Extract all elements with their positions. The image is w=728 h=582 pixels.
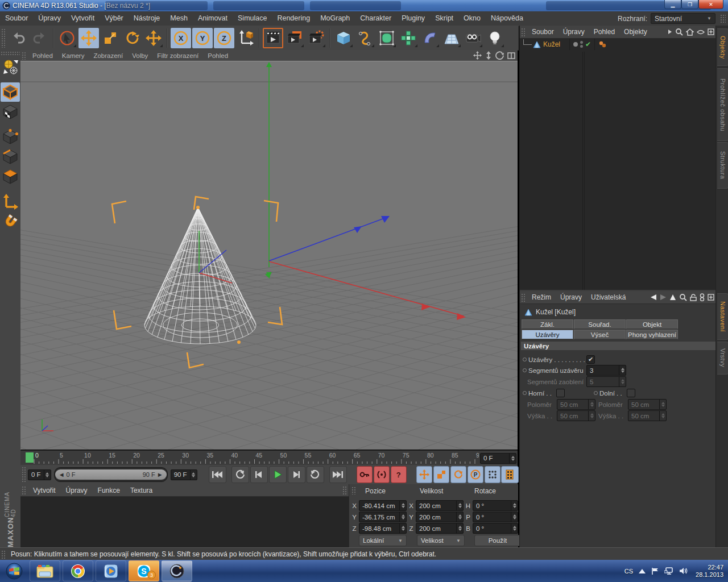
- position-z-field[interactable]: -98.48 cm: [359, 523, 407, 534]
- size-x-field[interactable]: 200 cm: [416, 500, 464, 511]
- previous-frame-button[interactable]: [250, 466, 268, 483]
- menu-upravy[interactable]: Úpravy: [33, 11, 66, 26]
- add-floor-button[interactable]: [441, 28, 462, 48]
- viewport-menu-pohled2[interactable]: Pohled: [203, 52, 233, 59]
- render-settings-button[interactable]: [306, 28, 326, 48]
- home-icon[interactable]: [686, 28, 694, 36]
- am-menu-rezim[interactable]: Režim: [527, 293, 556, 301]
- minimize-button[interactable]: ▁: [664, 0, 681, 9]
- menu-nastroje[interactable]: Nástroje: [129, 11, 166, 26]
- am-menu-uzivatelska[interactable]: Uživatelská: [586, 293, 630, 301]
- start-button[interactable]: [1, 560, 27, 581]
- material-menu-vytvorit[interactable]: Vytvořit: [28, 487, 61, 494]
- add-light-button[interactable]: [485, 28, 505, 48]
- animation-dot[interactable]: [523, 368, 527, 372]
- add-subdivision-surface-button[interactable]: [377, 28, 397, 48]
- menu-mograph[interactable]: MoGraph: [315, 11, 355, 26]
- end-frame-field[interactable]: 90 F: [171, 469, 197, 480]
- play-forwards-button[interactable]: [307, 466, 324, 483]
- viewport-pan-icon[interactable]: [473, 51, 482, 60]
- tab-vysec[interactable]: Výseč: [574, 330, 626, 339]
- editor-visibility-dot[interactable]: [580, 41, 583, 44]
- media-player-taskbar-button[interactable]: [96, 560, 126, 581]
- size-mode-dropdown[interactable]: Velikost: [417, 535, 465, 546]
- coordinate-system-button[interactable]: [235, 28, 256, 48]
- history-forward-icon[interactable]: [660, 294, 667, 301]
- viewport-toggle-icon[interactable]: [507, 52, 515, 59]
- om-menu-pohled[interactable]: Pohled: [589, 28, 619, 36]
- record-pla-button[interactable]: [485, 466, 500, 483]
- rotation-b-field[interactable]: 0 °: [473, 523, 518, 534]
- material-menu-funkce[interactable]: Funkce: [93, 487, 125, 494]
- tab-sourad[interactable]: Souřad.: [574, 319, 626, 329]
- viewport-menu-filtr[interactable]: Filtr zobrazení: [152, 52, 203, 59]
- size-y-field[interactable]: 200 cm: [416, 512, 464, 522]
- render-view-button[interactable]: [263, 28, 283, 48]
- enabled-check-icon[interactable]: ✔: [585, 40, 591, 48]
- network-icon[interactable]: [664, 567, 673, 575]
- autokey-button[interactable]: [374, 466, 390, 483]
- add-camera-button[interactable]: [463, 28, 483, 48]
- tab-zakl[interactable]: Zákl.: [522, 319, 573, 329]
- model-mode-button[interactable]: [1, 82, 20, 102]
- hidden-icons-arrow[interactable]: [639, 569, 646, 573]
- texture-mode-button[interactable]: [1, 102, 20, 122]
- menu-soubor[interactable]: Soubor: [0, 11, 33, 26]
- search-icon[interactable]: [675, 28, 683, 36]
- polygons-mode-button[interactable]: [1, 167, 20, 186]
- move-tool-button[interactable]: [78, 28, 99, 48]
- goto-start-button[interactable]: [209, 466, 226, 483]
- maximize-button[interactable]: ❐: [681, 0, 698, 9]
- record-rotation-button[interactable]: [450, 466, 466, 483]
- motion-system-button[interactable]: [501, 466, 519, 483]
- preview-range-slider[interactable]: ◄ 0 F 90 F ►: [54, 467, 168, 482]
- layer-dot[interactable]: [573, 42, 578, 47]
- add-array-button[interactable]: [398, 28, 419, 48]
- current-frame-field[interactable]: 0 F: [28, 469, 51, 480]
- record-keyframe-button[interactable]: [357, 466, 373, 483]
- more-menus-icon[interactable]: [668, 29, 672, 35]
- om-menu-objekty[interactable]: Objekty: [619, 28, 652, 36]
- animation-dot[interactable]: [523, 357, 527, 361]
- fillet-segments-field[interactable]: 5: [586, 376, 626, 387]
- add-spline-button[interactable]: [355, 28, 375, 48]
- language-indicator[interactable]: CS: [624, 568, 633, 575]
- rotation-p-field[interactable]: 0 °: [473, 512, 518, 522]
- interface-dropdown[interactable]: Startovní: [651, 13, 715, 24]
- section-header-uzavery[interactable]: Uzávěry: [521, 342, 716, 350]
- add-deformer-button[interactable]: [420, 28, 440, 48]
- lock-x-axis-button[interactable]: X: [171, 28, 191, 48]
- close-button[interactable]: ✕: [698, 0, 723, 9]
- record-scale-button[interactable]: [433, 466, 449, 483]
- position-y-field[interactable]: -36.175 cm: [359, 512, 407, 522]
- animation-dot[interactable]: [594, 391, 598, 395]
- menu-mesh[interactable]: Mesh: [165, 11, 193, 26]
- position-x-field[interactable]: -80.414 cm: [359, 500, 407, 511]
- lock-icon[interactable]: [690, 294, 697, 301]
- add-panel-icon[interactable]: [708, 28, 714, 35]
- apply-button[interactable]: Použít: [474, 535, 521, 546]
- tab-objekty[interactable]: Objekty: [717, 28, 728, 66]
- caps-checkbox[interactable]: ✔: [586, 355, 595, 364]
- menu-animovat[interactable]: Animovat: [193, 11, 233, 26]
- record-position-button[interactable]: [416, 466, 432, 483]
- timeline-preview-field[interactable]: 0 F: [480, 453, 516, 464]
- redo-button[interactable]: [30, 28, 50, 48]
- axis-mode-button[interactable]: [1, 192, 20, 211]
- coordinate-mode-dropdown[interactable]: Lokální: [359, 535, 407, 546]
- timeline-playhead[interactable]: [26, 452, 34, 463]
- object-list[interactable]: Kužel ✔: [520, 39, 716, 290]
- height-bottom-field[interactable]: 50 cm: [628, 410, 667, 421]
- cone-radius-handle[interactable]: [237, 340, 241, 344]
- viewport-menu-pohled[interactable]: Pohled: [28, 52, 57, 59]
- timeline-ruler[interactable]: 051015202530354045505560657075808590: [20, 451, 479, 465]
- menu-charakter[interactable]: Charakter: [355, 11, 396, 26]
- object-row-kuzel[interactable]: Kužel ✔: [520, 39, 716, 50]
- viewport-rotate-icon[interactable]: [495, 51, 504, 60]
- play-button[interactable]: [269, 466, 287, 483]
- radius-bottom-field[interactable]: 50 cm: [628, 399, 667, 410]
- snap-magnet-button[interactable]: [1, 212, 20, 231]
- tab-phong[interactable]: Phong vyhlazení: [626, 330, 678, 339]
- rotate-tool-button[interactable]: [122, 28, 142, 48]
- phong-tag-icon[interactable]: [598, 41, 607, 48]
